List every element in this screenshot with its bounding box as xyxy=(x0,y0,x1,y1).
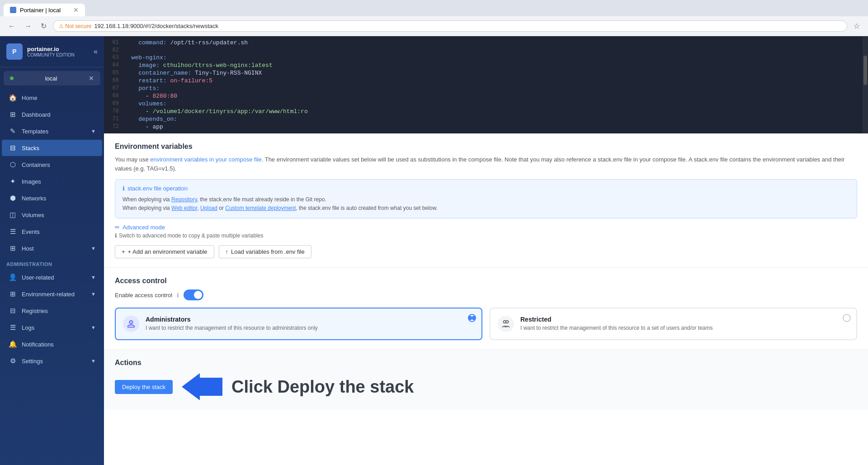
sidebar-label-notifications: Notifications xyxy=(22,341,54,348)
browser-tab-bar: Portainer | local ✕ xyxy=(0,0,868,16)
deploy-stack-button[interactable]: Deploy the stack xyxy=(115,380,173,394)
user-related-icon: 👤 xyxy=(8,273,17,281)
code-line-71: 71 depends_on: xyxy=(104,115,868,123)
security-indicator: ⚠ Not secure xyxy=(59,23,91,29)
main-content: 61 command: /opt/tt-rss/updater.sh 62 63… xyxy=(104,36,868,465)
sidebar-label-logs: Logs xyxy=(22,324,34,331)
access-control-label: Enable access control xyxy=(115,292,172,299)
code-line-61: 61 command: /opt/tt-rss/updater.sh xyxy=(104,39,868,47)
restricted-card-title: Restricted xyxy=(520,316,713,323)
advanced-mode-subtitle: ℹ Switch to advanced mode to copy & past… xyxy=(115,232,857,239)
env-variables-section: Environment variables You may use enviro… xyxy=(104,133,868,268)
svg-point-6 xyxy=(506,321,509,323)
sidebar-item-logs[interactable]: ☰ Logs ▼ xyxy=(2,319,102,336)
restricted-card[interactable]: Restricted I want to restrict the manage… xyxy=(490,308,857,340)
advanced-mode-toggle[interactable]: ✏ Advanced mode xyxy=(115,224,857,231)
sidebar-item-templates[interactable]: ✎ Templates ▼ xyxy=(2,123,102,139)
sidebar-admin-nav: 👤 User-related ▼ ⊞ Environment-related ▼… xyxy=(0,269,104,370)
sidebar-item-user-related[interactable]: 👤 User-related ▼ xyxy=(2,269,102,285)
home-icon: 🏠 xyxy=(8,94,17,102)
administrators-icon xyxy=(123,316,139,332)
advanced-mode-label: Advanced mode xyxy=(123,224,165,231)
app-container: P portainer.io COMMUNITY EDITION « local… xyxy=(0,36,868,465)
sidebar-item-settings[interactable]: ⚙ Settings ▼ xyxy=(2,353,102,369)
tab-title: Portainer | local xyxy=(20,7,61,14)
env-close-btn[interactable]: ✕ xyxy=(89,75,94,82)
sidebar-label-host: Host xyxy=(22,245,34,252)
user-related-arrow-icon: ▼ xyxy=(91,275,96,280)
forward-button[interactable]: → xyxy=(22,20,34,32)
sidebar-item-env-related[interactable]: ⊞ Environment-related ▼ xyxy=(2,286,102,302)
templates-arrow-icon: ▼ xyxy=(91,128,96,134)
sidebar-label-events: Events xyxy=(22,228,40,235)
tab-close-btn[interactable]: ✕ xyxy=(73,6,79,14)
restricted-icon xyxy=(498,316,514,332)
address-bar[interactable]: ⚠ Not secure 192.168.1.18:9000/#!/2/dock… xyxy=(53,20,847,32)
registries-icon: ⊟ xyxy=(8,307,17,315)
sidebar-item-notifications[interactable]: 🔔 Notifications xyxy=(2,336,102,352)
containers-icon: ⬡ xyxy=(8,161,17,169)
access-control-toggle-row: Enable access control ℹ xyxy=(115,289,857,300)
sidebar-item-images[interactable]: ✦ Images xyxy=(2,173,102,190)
access-control-title: Access control xyxy=(115,277,857,285)
svg-marker-7 xyxy=(182,373,222,400)
administrators-radio[interactable] xyxy=(468,314,476,322)
sidebar-item-events[interactable]: ☰ Events xyxy=(2,223,102,240)
editor-scrollbar[interactable] xyxy=(863,36,868,133)
bookmark-button[interactable]: ☆ xyxy=(851,20,863,32)
click-annotation-text: Click Deploy the stack xyxy=(231,377,414,397)
nav-bar: ← → ↻ ⚠ Not secure 192.168.1.18:9000/#!/… xyxy=(0,16,868,36)
sidebar-item-volumes[interactable]: ◫ Volumes xyxy=(2,207,102,223)
env-variables-link[interactable]: environment variables in your compose fi… xyxy=(150,156,261,163)
logo-text: portainer.io xyxy=(27,46,75,52)
administrators-card[interactable]: Administrators I want to restrict the ma… xyxy=(115,308,482,340)
access-control-toggle[interactable] xyxy=(184,289,203,300)
access-control-cards: Administrators I want to restrict the ma… xyxy=(115,308,857,340)
code-line-69: 69 volumes: xyxy=(104,100,868,108)
load-env-file-button[interactable]: ↑ Load variables from .env file xyxy=(219,245,311,258)
code-line-68: 68 - 8280:80 xyxy=(104,92,868,100)
actions-section: Actions Deploy the stack Click Deploy th… xyxy=(104,350,868,409)
notifications-icon: 🔔 xyxy=(8,340,17,348)
code-line-64: 64 image: cthulhoo/ttrss-web-nginx:lates… xyxy=(104,62,868,69)
info-circle-icon: ℹ xyxy=(115,232,117,239)
sidebar-item-home[interactable]: 🏠 Home xyxy=(2,90,102,106)
sidebar-item-dashboard[interactable]: ⊞ Dashboard xyxy=(2,106,102,123)
sidebar-collapse-btn[interactable]: « xyxy=(94,47,98,56)
sidebar-label-images: Images xyxy=(22,178,41,185)
sidebar-item-containers[interactable]: ⬡ Containers xyxy=(2,157,102,173)
reload-button[interactable]: ↻ xyxy=(38,20,49,32)
info-box-text: When deploying via Repository, the stack… xyxy=(123,195,849,213)
code-line-65: 65 container_name: Tiny-Tiny-RSS-NGINX xyxy=(104,69,868,77)
settings-icon: ⚙ xyxy=(8,357,17,365)
logo-text-block: portainer.io COMMUNITY EDITION xyxy=(27,46,75,57)
sidebar-item-networks[interactable]: ⬢ Networks xyxy=(2,190,102,206)
active-tab[interactable]: Portainer | local ✕ xyxy=(4,4,85,16)
logs-arrow-icon: ▼ xyxy=(91,325,96,330)
sidebar-item-registries[interactable]: ⊟ Registries xyxy=(2,303,102,319)
repository-link[interactable]: Repository xyxy=(171,196,197,203)
tab-favicon xyxy=(10,7,16,13)
logs-icon: ☰ xyxy=(8,323,17,332)
sidebar-item-stacks[interactable]: ⊟ Stacks xyxy=(2,140,102,156)
sidebar-logo: P portainer.io COMMUNITY EDITION « xyxy=(0,36,104,67)
sidebar-label-networks: Networks xyxy=(22,195,46,202)
back-button[interactable]: ← xyxy=(5,20,18,32)
sidebar-item-host[interactable]: ⊞ Host ▼ xyxy=(2,240,102,256)
info-icon-toggle: ℹ xyxy=(177,292,179,299)
info-box: ℹ stack.env file operation When deployin… xyxy=(115,179,857,218)
sidebar-label-settings: Settings xyxy=(22,358,43,365)
access-control-section: Access control Enable access control ℹ xyxy=(104,268,868,350)
add-env-variable-button[interactable]: + + Add an environment variable xyxy=(115,245,214,258)
environment-selector[interactable]: local ✕ xyxy=(4,71,100,85)
upload-link[interactable]: Upload xyxy=(200,205,217,211)
restricted-radio[interactable] xyxy=(843,314,851,322)
env-name-label: local xyxy=(45,75,57,82)
code-editor: 61 command: /opt/tt-rss/updater.sh 62 63… xyxy=(104,36,868,133)
editor-scroll-thumb[interactable] xyxy=(863,56,867,85)
web-editor-link[interactable]: Web editor xyxy=(171,205,197,211)
sidebar-label-home: Home xyxy=(22,95,38,101)
sidebar-label-dashboard: Dashboard xyxy=(22,111,51,118)
custom-template-link[interactable]: Custom template deployment xyxy=(225,205,296,211)
env-variables-desc: You may use environment variables in you… xyxy=(115,155,857,173)
